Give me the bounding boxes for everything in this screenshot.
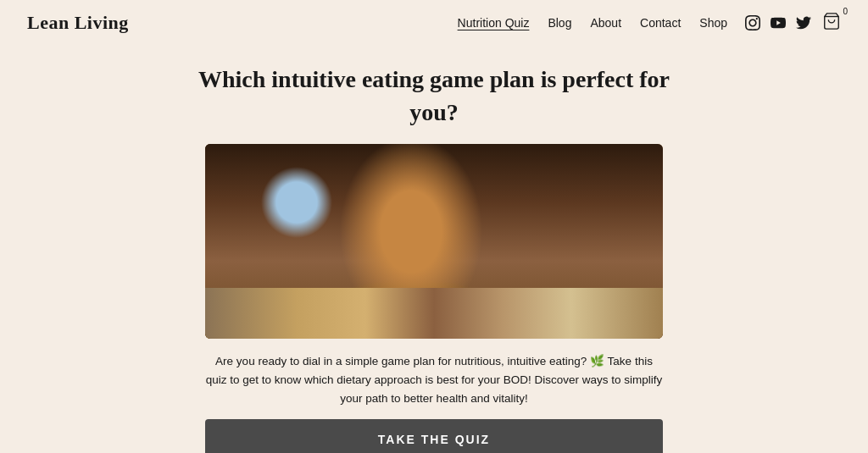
youtube-icon[interactable] [770,14,787,31]
header-right: Nutrition Quiz Blog About Contact Shop [458,12,841,34]
cart-icon[interactable]: 0 [822,12,841,34]
nav-link-contact[interactable]: Contact [640,16,681,30]
nav-link-blog[interactable]: Blog [548,16,571,30]
social-icons [744,14,812,31]
cart-count: 0 [843,7,848,16]
twitter-icon[interactable] [795,14,812,31]
instagram-icon[interactable] [744,14,761,31]
site-logo: Lean Living [27,12,129,34]
main-nav: Nutrition Quiz Blog About Contact Shop [458,16,727,30]
site-header: Lean Living Nutrition Quiz Blog About Co… [0,0,868,46]
nav-link-shop[interactable]: Shop [699,16,727,30]
take-quiz-button[interactable]: TAKE THE QUIZ [205,419,663,453]
nav-link-nutrition-quiz[interactable]: Nutrition Quiz [458,16,530,30]
page-heading: Which intuitive eating game plan is perf… [180,63,688,129]
nav-link-about[interactable]: About [590,16,621,30]
hero-image-bg [205,144,663,339]
hero-image [205,144,663,339]
main-content: Which intuitive eating game plan is perf… [0,46,868,453]
description-text: Are you ready to dial in a simple game p… [205,352,663,407]
